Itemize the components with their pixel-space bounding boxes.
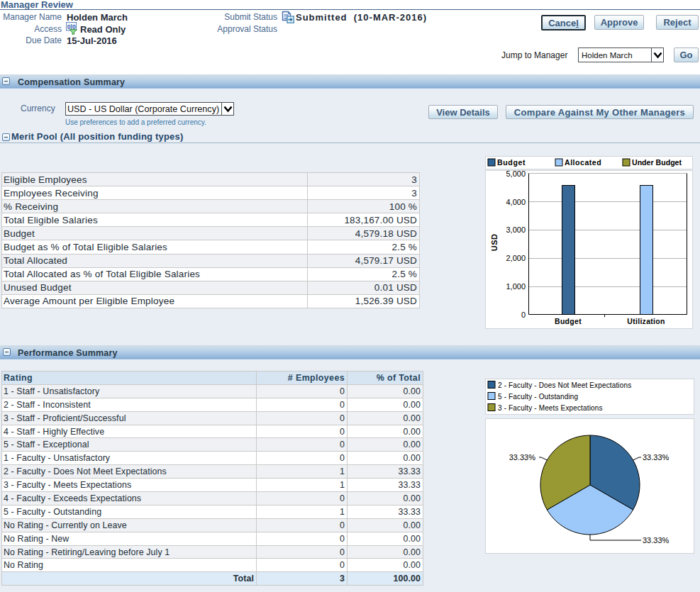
svg-text:Allocated: Allocated <box>565 158 601 167</box>
svg-text:1,000: 1,000 <box>506 282 526 291</box>
svg-text:3 - Faculty - Meets Expectatio: 3 - Faculty - Meets Expectations <box>498 404 603 412</box>
svg-text:Budget: Budget <box>497 158 526 167</box>
svg-text:Budget: Budget <box>555 317 582 325</box>
svg-text:USD: USD <box>490 234 499 252</box>
svg-text:33.33%: 33.33% <box>643 536 670 544</box>
svg-text:0: 0 <box>521 311 526 319</box>
svg-text:5 - Faculty - Outstanding: 5 - Faculty - Outstanding <box>498 393 578 401</box>
svg-text:Under Budget: Under Budget <box>632 158 682 167</box>
svg-text:2,000: 2,000 <box>506 254 526 262</box>
svg-text:3,000: 3,000 <box>506 225 526 234</box>
svg-text:5,000: 5,000 <box>506 170 526 178</box>
svg-text:Utilization: Utilization <box>627 317 665 325</box>
svg-text:0|0: 0|0 <box>67 23 76 30</box>
svg-text:33.33%: 33.33% <box>643 453 670 462</box>
svg-text:4,000: 4,000 <box>506 198 526 206</box>
svg-text:33.33%: 33.33% <box>509 453 536 462</box>
svg-text:2 - Faculty - Does Not Meet Ex: 2 - Faculty - Does Not Meet Expectations <box>498 381 631 389</box>
